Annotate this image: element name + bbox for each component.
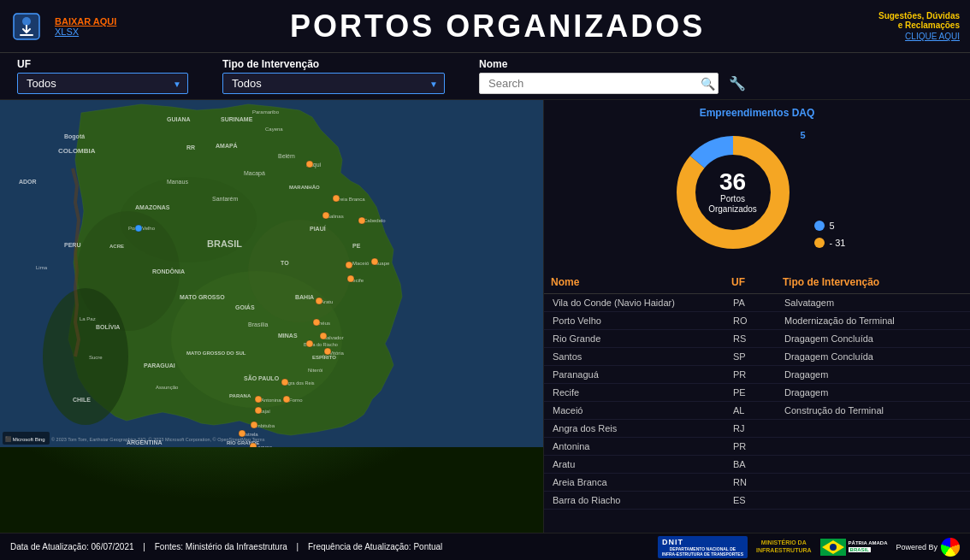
cell-uf: RJ <box>731 422 783 434</box>
map-svg: Bogotá GUIANA SURINAME Paramaribo Cayena… <box>0 100 543 447</box>
svg-text:AMAZONAS: AMAZONAS <box>135 204 170 210</box>
svg-point-84 <box>313 319 320 326</box>
cell-tipo: Construção do Terminal <box>783 404 963 416</box>
legend-dot-blue <box>814 221 825 231</box>
cell-nome: Vila do Conde (Navio Haidar) <box>551 297 731 309</box>
svg-text:Imbituba: Imbituba <box>255 423 275 428</box>
svg-point-81 <box>371 258 378 265</box>
nome-filter: Nome 🔍 🔧 <box>479 58 746 94</box>
download-icon <box>10 10 43 43</box>
table-row[interactable]: Barra do RiachoES <box>544 492 970 510</box>
svg-text:MARANHÃO: MARANHÃO <box>289 185 320 190</box>
search-input[interactable] <box>479 73 719 94</box>
svg-point-76 <box>306 161 313 168</box>
svg-text:MINAS: MINAS <box>278 333 298 339</box>
svg-text:PARAGUAI: PARAGUAI <box>144 363 175 368</box>
table-row[interactable]: RecifePEDragagem <box>544 384 970 402</box>
svg-point-78 <box>322 212 329 219</box>
svg-point-93 <box>239 430 245 437</box>
svg-text:Cayena: Cayena <box>265 127 283 132</box>
tipo-select[interactable]: Todos <box>222 73 445 94</box>
svg-point-7 <box>43 288 128 425</box>
table-row[interactable]: Rio GrandeRSDragagem Concluída <box>544 330 970 348</box>
cell-uf: ES <box>731 494 783 506</box>
uf-select[interactable]: Todos <box>17 73 188 94</box>
svg-text:AMAPÁ: AMAPÁ <box>216 142 238 149</box>
table-row[interactable]: Angra dos ReisRJ <box>544 420 970 438</box>
svg-text:Areia Branca: Areia Branca <box>335 197 365 202</box>
uf-label: UF <box>17 58 188 70</box>
svg-text:Belém: Belém <box>278 153 295 159</box>
cell-uf: PA <box>731 297 783 309</box>
page-title: PORTOS ORGANIZADOS <box>116 9 878 44</box>
svg-text:ADOR: ADOR <box>19 179 37 185</box>
table-header: Nome UF Tipo de Intervenção <box>544 271 970 294</box>
chart-wrapper: 36 Portos Organizados 5 5 <box>669 128 846 256</box>
nome-label: Nome <box>479 58 746 70</box>
svg-text:Niterói: Niterói <box>308 368 322 373</box>
table-body[interactable]: Vila do Conde (Navio Haidar)PASalvatagem… <box>544 294 970 533</box>
table-row[interactable]: Areia BrancaRN <box>544 474 970 492</box>
table-row[interactable]: Porto VelhoROModernização do Terminal <box>544 312 970 330</box>
cell-tipo: Salvatagem <box>783 297 963 309</box>
table-row[interactable]: ParanaguáPRDragagem <box>544 366 970 384</box>
donut-number: 36 <box>708 170 757 194</box>
main-content: Bogotá GUIANA SURINAME Paramaribo Cayena… <box>0 100 970 533</box>
svg-text:RONDÔNIA: RONDÔNIA <box>152 268 185 274</box>
svg-point-82 <box>347 275 354 282</box>
map-background: Bogotá GUIANA SURINAME Paramaribo Cayena… <box>0 100 543 533</box>
svg-text:Cabedelo: Cabedelo <box>364 218 386 223</box>
cell-nome: Barra do Riacho <box>551 494 731 506</box>
svg-text:La Paz: La Paz <box>80 316 96 321</box>
table-row[interactable]: AratuBA <box>544 456 970 474</box>
powered-by: Powered By <box>896 538 960 557</box>
frequencia: Frequência de Atualização: Pontual <box>308 542 442 551</box>
top-left: BAIXAR AQUI XLSX <box>10 10 116 43</box>
svg-text:BRASIL: BRASIL <box>207 239 242 249</box>
map-container[interactable]: Bogotá GUIANA SURINAME Paramaribo Cayena… <box>0 100 543 533</box>
svg-point-92 <box>251 421 257 428</box>
svg-text:SÃO PAULO: SÃO PAULO <box>244 374 280 381</box>
search-button[interactable]: 🔍 <box>701 77 715 91</box>
cell-tipo <box>783 440 963 452</box>
filter-icon[interactable]: 🔧 <box>729 75 746 91</box>
svg-text:Manaus: Manaus <box>167 179 188 185</box>
cell-uf: RS <box>731 333 783 345</box>
svg-point-87 <box>324 348 331 355</box>
svg-text:GUIANA: GUIANA <box>167 116 191 122</box>
tipo-filter: Tipo de Intervenção Todos <box>222 58 445 94</box>
baixar-aqui-link[interactable]: BAIXAR AQUI <box>55 16 116 27</box>
svg-point-86 <box>306 340 313 347</box>
cell-nome: Santos <box>551 351 731 363</box>
legend-blue: 5 <box>814 221 846 231</box>
cell-uf: SP <box>731 351 783 363</box>
cell-nome: Rio Grande <box>551 333 731 345</box>
right-panel: Empreendimentos DAQ <box>543 100 970 533</box>
xlsx-link[interactable]: XLSX <box>55 27 116 37</box>
cell-nome: Aratu <box>551 458 731 470</box>
cell-tipo <box>783 494 963 506</box>
table-row[interactable]: SantosSPDragagem Concluída <box>544 348 970 366</box>
cell-tipo <box>783 476 963 488</box>
chart-orange-minus: - 31 <box>830 238 846 248</box>
donut-text: Portos Organizados <box>708 194 757 215</box>
table-row[interactable]: MaceióALConstrução do Terminal <box>544 402 970 420</box>
table-row[interactable]: Vila do Conde (Navio Haidar)PASalvatagem <box>544 294 970 312</box>
cell-uf: PE <box>731 386 783 398</box>
cell-nome: Areia Branca <box>551 476 731 488</box>
data-atualizacao: Data de Atualização: 06/07/2021 <box>10 542 134 551</box>
cell-tipo: Dragagem <box>783 368 963 380</box>
svg-text:Maceió: Maceió <box>352 261 370 266</box>
svg-text:Bogotá: Bogotá <box>64 133 85 140</box>
cell-tipo: Dragagem Concluída <box>783 351 963 363</box>
svg-text:Santarém: Santarém <box>212 196 239 202</box>
svg-text:Forno: Forno <box>289 398 303 403</box>
filter-row: UF Todos Tipo de Intervenção Todos Nome … <box>0 53 970 100</box>
svg-point-91 <box>255 407 262 414</box>
svg-text:BAHIA: BAHIA <box>295 294 314 300</box>
svg-text:Lima: Lima <box>36 265 48 270</box>
table-row[interactable]: AntoninaPR <box>544 438 970 456</box>
clique-aqui-link[interactable]: CLIQUE AQUI <box>905 32 960 41</box>
chart-area: Empreendimentos DAQ <box>544 100 970 271</box>
svg-text:© 2023 Tom Tom, Earthstar Geog: © 2023 Tom Tom, Earthstar Geographics SI… <box>51 437 265 442</box>
